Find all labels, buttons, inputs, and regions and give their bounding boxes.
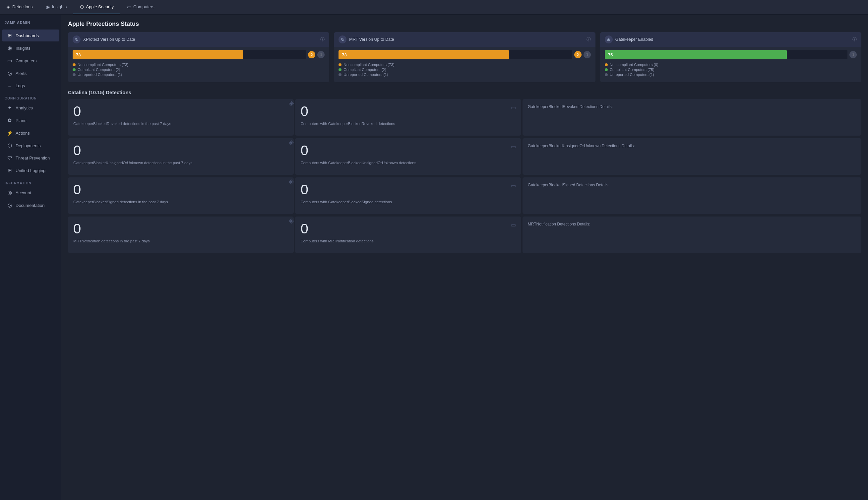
brand-label: JAMF ADMIN [0,17,61,29]
status-card-body: 73 21 Noncompliant Computers (73) Compli… [68,47,329,82]
tab-detections-label: Detections [12,4,33,9]
sidebar: JAMF ADMIN ⊞ Dashboards ◉ Insights ▭ Com… [0,14,61,500]
sidebar-item-plans[interactable]: ✿ Plans [2,114,59,126]
insights-icon: ◉ [7,45,13,51]
progress-bar-fill: 75 [605,50,787,59]
progress-bar-fill: 73 [72,50,243,59]
computer-icon: ▭ [511,104,516,111]
detection-diamond-icon: ◈ [289,99,294,107]
computer-icon: ▭ [511,144,516,150]
det-count-left: 0 [73,144,288,158]
progress-bar-wrapper: 73 21 [339,50,591,59]
sidebar-item-alerts[interactable]: ◎ Alerts [2,67,59,79]
actions-icon: ⚡ [7,130,13,136]
legend-dot [72,63,76,66]
tab-insights-label: Insights [52,4,67,9]
legend-dot [605,68,608,71]
legend-dot [339,73,342,76]
detection-grid: ◈ 0 GatekeeperBlockedRevoked detections … [68,99,861,254]
documentation-icon: ◎ [7,202,13,208]
header-icon: ↻ [339,35,346,43]
legend-item: Compliant Computers (2) [339,68,591,72]
detection-diamond-icon: ◈ [289,178,294,185]
legend-dot [72,73,76,76]
legend-label: Unreported Computers (1) [343,72,388,77]
sidebar-item-analytics[interactable]: ✦ Analytics [2,102,59,114]
legend-label: Compliant Computers (2) [343,68,386,72]
badge-orange: 2 [308,51,315,58]
tab-computers[interactable]: ▭ Computers [121,0,161,14]
sidebar-item-actions[interactable]: ⚡ Actions [2,127,59,139]
sidebar-label-documentation: Documentation [15,203,44,208]
sidebar-item-unified-logging[interactable]: ⊞ Unified Logging [2,164,59,177]
sidebar-label-insights: Insights [15,46,31,51]
legend-item: Noncompliant Computers (0) [605,62,857,67]
status-card-xprotect: ↻ XProtect Version Up to Date ⓘ 73 21 No… [68,32,329,82]
sidebar-section-configuration: CONFIGURATION [0,92,61,101]
threat-prevention-icon: 🛡 [7,155,13,161]
det-label-mid: Computers with GatekeeperBlockedRevoked … [300,121,516,126]
det-details-mrt-notification: MRTNotification Detections Details: [523,216,861,253]
status-card-body: 73 21 Noncompliant Computers (73) Compli… [334,47,595,82]
legend-dot [339,68,342,71]
det-left-mrt-notification: ◈ 0 MRTNotification detections in the pa… [68,216,294,253]
detections-tab-icon: ◈ [7,4,10,10]
sidebar-item-dashboards[interactable]: ⊞ Dashboards [2,30,59,42]
insights-tab-icon: ◉ [46,4,50,10]
legend-label: Noncompliant Computers (73) [343,62,394,67]
sidebar-item-computers[interactable]: ▭ Computers [2,55,59,67]
det-left-gatekeeper-blocked-unsigned: ◈ 0 GatekeeperBlockedUnsignedOrUnknown d… [68,138,294,175]
alerts-icon: ◎ [7,70,13,76]
sidebar-label-deployments: Deployments [15,143,41,148]
sidebar-item-documentation[interactable]: ◎ Documentation [2,199,59,211]
legend-item: Noncompliant Computers (73) [339,62,591,67]
tab-detections[interactable]: ◈ Detections [0,0,39,14]
det-details-title: GatekeeperBlockedUnsignedOrUnknown Detec… [528,144,635,148]
det-count-left: 0 [73,183,288,197]
det-count-mid: 0 [300,144,516,158]
legend-item: Unreported Computers (1) [72,72,324,77]
sidebar-label-actions: Actions [15,130,30,136]
dashboards-icon: ⊞ [7,33,13,38]
info-icon[interactable]: ⓘ [320,36,324,43]
sidebar-item-account[interactable]: ◎ Account [2,187,59,198]
analytics-icon: ✦ [7,105,13,111]
apple-security-tab-icon: ⬡ [80,4,84,10]
sidebar-item-logs[interactable]: ≡ Logs [2,80,59,91]
tab-insights[interactable]: ◉ Insights [39,0,73,14]
status-card-gatekeeper: ⊕ Gatekeeper Enabled ⓘ 75 1 Noncompliant… [600,32,861,82]
status-card-header: ⊕ Gatekeeper Enabled ⓘ [600,32,861,47]
legend-item: Compliant Computers (2) [72,68,324,72]
legend-dot [339,63,342,66]
legend-label: Noncompliant Computers (73) [78,62,128,67]
sidebar-item-deployments[interactable]: ⬡ Deployments [2,139,59,151]
info-icon[interactable]: ⓘ [586,36,591,43]
det-label-mid: Computers with GatekeeperBlockedSigned d… [300,199,516,205]
sidebar-item-threat-prevention[interactable]: 🛡 Threat Prevention [2,152,59,164]
sidebar-item-insights[interactable]: ◉ Insights [2,42,59,54]
legend-label: Compliant Computers (2) [78,68,120,72]
tab-apple-security[interactable]: ⬡ Apple Security [73,0,121,14]
det-label-left: MRTNotification detections in the past 7… [73,238,288,244]
sidebar-label-alerts: Alerts [15,71,26,76]
legend-item: Unreported Computers (1) [605,72,857,77]
progress-bar-wrapper: 75 1 [605,50,857,59]
deployments-icon: ⬡ [7,143,13,149]
legend-label: Noncompliant Computers (0) [610,62,659,67]
page-title: Apple Protections Status [68,21,861,27]
status-card-title: Gatekeeper Enabled [615,37,653,42]
computer-icon: ▭ [511,183,516,189]
det-count-mid: 0 [300,183,516,197]
det-details-gatekeeper-blocked-signed: GatekeeperBlockedSigned Detections Detai… [523,178,861,214]
det-label-mid: Computers with MRTNotification detection… [300,238,516,244]
plans-icon: ✿ [7,117,13,123]
header-icon: ↻ [72,35,81,43]
info-icon[interactable]: ⓘ [853,36,857,43]
sidebar-label-threat-prevention: Threat Prevention [15,156,50,160]
legend-dot [605,73,608,76]
progress-bar-track: 73 [339,50,572,59]
account-icon: ◎ [7,190,13,196]
tab-computers-label: Computers [133,4,155,9]
logs-icon: ≡ [7,83,13,89]
det-mid-gatekeeper-blocked-signed: ▭ 0 Computers with GatekeeperBlockedSign… [295,178,521,214]
